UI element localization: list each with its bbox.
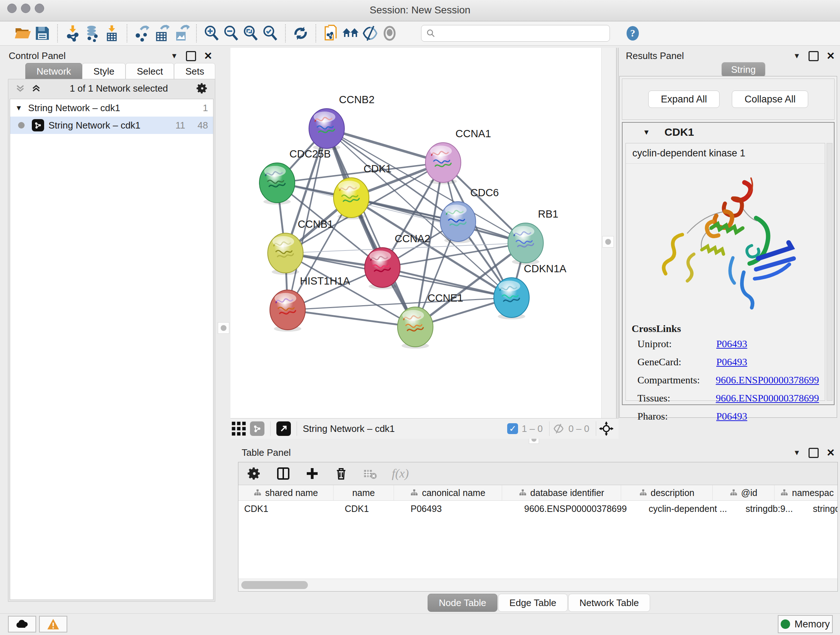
panel-float-icon[interactable] [186, 51, 196, 61]
node-RB1[interactable]: RB1 [508, 208, 558, 264]
table-close-icon[interactable]: ✕ [827, 447, 835, 459]
memory-status-dot [781, 619, 790, 629]
column-header-name[interactable]: name [333, 485, 394, 500]
panel-menu-icon[interactable]: ▼ [171, 52, 178, 60]
gray-eye-icon [381, 25, 398, 42]
function-builder-icon[interactable]: f(x) [392, 467, 409, 480]
column-header-database-identifier[interactable]: database identifier [502, 485, 621, 500]
delete-table-icon[interactable] [363, 466, 377, 481]
table-hscrollbar[interactable] [238, 578, 837, 591]
expand-all-icon[interactable] [31, 83, 42, 94]
refresh-view-button[interactable] [291, 24, 310, 43]
column-header--id[interactable]: @id [713, 485, 775, 500]
select-columns-icon[interactable] [276, 466, 291, 481]
table-cell[interactable]: 9606.ENSP00000378699 [518, 501, 643, 516]
edge-HIST1H1A-CCNE1[interactable] [287, 310, 415, 327]
tab-select[interactable]: Select [126, 63, 174, 80]
string-glass-effect-button[interactable] [360, 24, 380, 43]
table-menu-icon[interactable]: ▼ [793, 448, 801, 457]
table-cell[interactable]: P06493 [405, 501, 518, 516]
collection-expander-icon[interactable]: ▼ [15, 104, 22, 112]
node-CCNA1[interactable]: CCNA1 [425, 128, 491, 184]
node-CDC25B[interactable]: CDC25B [259, 148, 331, 204]
import-network-file-button[interactable] [63, 24, 82, 43]
warnings-button[interactable] [39, 616, 67, 632]
collapse-all-icon[interactable] [15, 83, 26, 94]
cloud-status-button[interactable] [8, 616, 36, 632]
string-query-button[interactable] [321, 24, 341, 43]
left-splitter-handle[interactable] [218, 322, 229, 334]
add-column-icon[interactable] [305, 466, 319, 481]
node-label-CCNB1: CCNB1 [298, 218, 333, 230]
expand-all-button[interactable]: Expand All [648, 90, 720, 108]
tab-string[interactable]: String [722, 62, 765, 77]
results-float-icon[interactable] [808, 51, 819, 61]
network-row[interactable]: String Network – cdk1 11 48 [10, 117, 213, 134]
import-network-database-button[interactable] [82, 24, 102, 43]
search-box[interactable] [421, 25, 610, 42]
save-session-button[interactable] [33, 24, 52, 43]
right-splitter-handle[interactable] [602, 236, 614, 248]
tab-node-table[interactable]: Node Table [428, 594, 497, 612]
zoom-selected-button[interactable] [261, 24, 280, 43]
tab-sets[interactable]: Sets [174, 63, 215, 80]
table-cell[interactable]: CDK1 [339, 501, 405, 516]
gear-icon[interactable] [196, 82, 208, 95]
zoom-in-button[interactable] [202, 24, 221, 43]
table-row[interactable]: CDK1CDK1P064939606.ENSP00000378699cyclin… [238, 501, 837, 516]
edge-CDK1-RB1[interactable] [351, 198, 526, 243]
string-home-button[interactable] [341, 24, 360, 43]
panel-close-icon[interactable]: ✕ [204, 50, 212, 62]
string-labels-button[interactable] [380, 24, 399, 43]
table-cell[interactable]: cyclin-dependent ... [643, 501, 740, 516]
results-close-icon[interactable]: ✕ [827, 50, 835, 62]
table-gear-icon[interactable] [247, 466, 262, 481]
import-table-file-button[interactable] [102, 24, 122, 43]
export-table-button[interactable] [152, 24, 172, 43]
column-header-canonical-name[interactable]: canonical name [394, 485, 502, 500]
results-menu-icon[interactable]: ▼ [793, 52, 801, 60]
results-scrollbar[interactable] [827, 143, 832, 401]
node-CDKN1A[interactable]: CDKN1A [494, 263, 567, 319]
crosslink-link[interactable]: P06493 [716, 338, 747, 350]
export-network-button[interactable] [133, 24, 152, 43]
collapse-all-button[interactable]: Collapse All [732, 90, 808, 108]
show-grid-button[interactable] [231, 419, 247, 439]
node-CDC6[interactable]: CDC6 [440, 187, 499, 243]
edge-RB1-CCNB1[interactable] [286, 243, 526, 253]
tab-edge-table[interactable]: Edge Table [498, 594, 568, 612]
network-canvas[interactable]: CCNB2CCNA1CDC25BCDK1CDC6RB1CCNB1CCNA2CDK… [231, 48, 601, 418]
delete-column-icon[interactable] [334, 466, 348, 481]
entry-expander-icon[interactable]: ▼ [643, 128, 650, 136]
open-session-button[interactable] [13, 24, 33, 43]
column-header-namespac[interactable]: namespac [775, 485, 837, 500]
export-image-button[interactable] [172, 24, 191, 43]
selected-indicator-checkbox[interactable]: ✓ [507, 423, 518, 434]
search-input[interactable] [436, 28, 605, 39]
birds-eye-view-icon[interactable] [599, 421, 614, 436]
table-cell[interactable]: stringdb:9... [740, 501, 807, 516]
node-table[interactable]: shared namenamecanonical namedatabase id… [238, 485, 837, 578]
node-HIST1H1A[interactable]: HIST1H1A [270, 275, 350, 332]
crosslink-link[interactable]: P06493 [716, 356, 747, 368]
tab-network[interactable]: Network [25, 63, 82, 80]
table-cell[interactable]: stringdb [807, 501, 837, 516]
table-hscroll-thumb[interactable] [241, 581, 308, 589]
crosslink-link[interactable]: 9606.ENSP00000378699 [716, 393, 819, 404]
memory-button[interactable]: Memory [778, 615, 833, 633]
zoom-out-button[interactable] [221, 24, 241, 43]
table-cell[interactable]: CDK1 [238, 501, 339, 516]
help-button[interactable]: ? [623, 24, 643, 43]
column-header-shared-name[interactable]: shared name [238, 485, 333, 500]
network-collection-row[interactable]: ▼ String Network – cdk1 1 [10, 99, 213, 117]
edge-CCNB2-CCNE1[interactable] [327, 128, 415, 327]
tab-network-table[interactable]: Network Table [568, 594, 650, 612]
zoom-fit-button[interactable] [241, 24, 261, 43]
tab-style[interactable]: Style [82, 63, 126, 80]
crosslink-link[interactable]: P06493 [716, 410, 747, 422]
detach-view-button[interactable] [276, 421, 291, 436]
table-float-icon[interactable] [808, 448, 819, 458]
crosslink-link[interactable]: 9606.ENSP00000378699 [716, 374, 819, 386]
node-CCNE1[interactable]: CCNE1 [398, 292, 463, 348]
column-header-description[interactable]: description [621, 485, 713, 500]
